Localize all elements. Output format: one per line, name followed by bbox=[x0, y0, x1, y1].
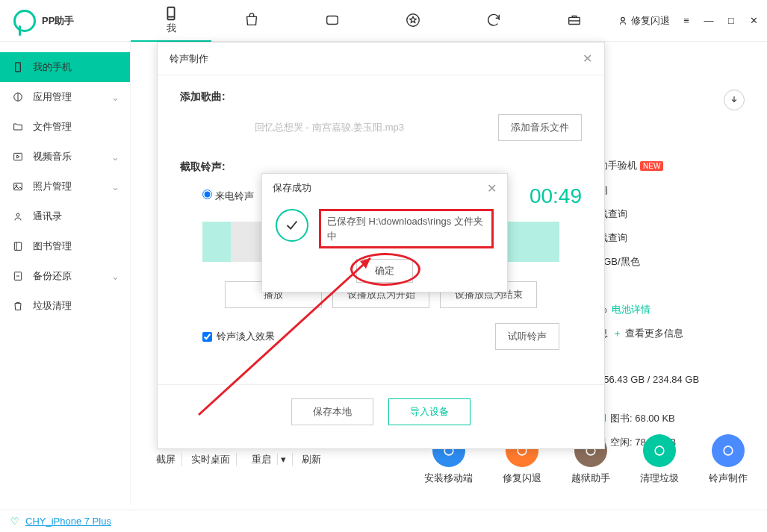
sidebar-item-apps[interactable]: 应用管理⌄ bbox=[0, 82, 130, 112]
sc-reboot[interactable]: 重启 ▾ bbox=[240, 453, 293, 466]
svg-rect-15 bbox=[14, 242, 21, 251]
add-song-label: 添加歌曲: bbox=[180, 90, 582, 104]
sidebar-item-clean[interactable]: 垃圾清理 bbox=[0, 291, 130, 321]
svg-point-8 bbox=[621, 17, 625, 21]
svg-rect-0 bbox=[167, 7, 174, 19]
radio-incoming[interactable]: 来电铃声 bbox=[202, 190, 254, 203]
app-logo: PP助手 bbox=[0, 10, 131, 32]
ok-button[interactable]: 确定 bbox=[356, 259, 413, 283]
topbar: PP助手 我 修复闪退 ≡ — □ ✕ bbox=[0, 0, 767, 42]
info-row: 5 bbox=[598, 274, 748, 298]
chevron-down-icon: ⌄ bbox=[111, 151, 119, 163]
info-row: 询 bbox=[598, 178, 748, 202]
fade-checkbox[interactable]: 铃声淡入效果 bbox=[202, 330, 275, 343]
preview-button[interactable]: 试听铃声 bbox=[495, 323, 559, 350]
sc-screenshot[interactable]: 截屏 bbox=[150, 453, 182, 466]
status-bar: ♡ CHY_iPhone 7 Plus bbox=[0, 510, 767, 532]
download-icon[interactable] bbox=[724, 90, 745, 110]
sidebar-item-books[interactable]: 图书管理 bbox=[0, 231, 130, 261]
repair-link[interactable]: 修复闪退 bbox=[618, 14, 670, 28]
app-name: PP助手 bbox=[42, 14, 74, 28]
nav-featured[interactable] bbox=[373, 0, 453, 42]
checkmark-icon bbox=[276, 209, 308, 242]
nav-games[interactable] bbox=[292, 0, 373, 42]
sidebar: 我的手机 应用管理⌄ 文件管理 视频音乐⌄ 照片管理⌄ 通讯录 图书管理 备份还… bbox=[0, 42, 131, 504]
window-buttons: 修复闪退 ≡ — □ ✕ bbox=[618, 14, 767, 28]
sidebar-item-backup[interactable]: 备份还原⌄ bbox=[0, 261, 130, 291]
info-row: 5GB/黑色 bbox=[598, 250, 748, 274]
svg-point-14 bbox=[16, 213, 19, 216]
minimize-icon[interactable]: — bbox=[703, 15, 715, 27]
shortcut-清理垃圾[interactable]: 清理垃圾 bbox=[640, 434, 679, 485]
svg-rect-9 bbox=[16, 63, 21, 72]
cut-label: 截取铃声: bbox=[180, 160, 582, 174]
import-device-button[interactable]: 导入设备 bbox=[388, 398, 471, 425]
chevron-down-icon: ⌄ bbox=[111, 271, 119, 282]
device-info-panel: 助手验机NEW 询 线查询 线查询 5GB/黑色 5 %电池详情 息＋ 查看更多… bbox=[598, 154, 748, 454]
chevron-down-icon: ⌄ bbox=[111, 181, 119, 193]
top-nav: 我 bbox=[131, 0, 618, 42]
text-shortcuts: 截屏 实时桌面 重启 ▾ 刷新 bbox=[150, 453, 327, 466]
save-local-button[interactable]: 保存本地 bbox=[291, 398, 373, 425]
nav-phone[interactable]: 我 bbox=[131, 0, 211, 42]
menu-icon[interactable]: ≡ bbox=[680, 15, 692, 27]
logo-icon bbox=[13, 10, 36, 32]
chevron-down-icon: ⌄ bbox=[111, 92, 119, 103]
modal-header: 铃声制作 ✕ bbox=[158, 43, 604, 75]
maximize-icon[interactable]: □ bbox=[725, 15, 737, 27]
verify-row: 助手验机NEW bbox=[598, 154, 748, 178]
add-file-button[interactable]: 添加音乐文件 bbox=[498, 114, 582, 141]
info-row: 线查询 bbox=[598, 202, 748, 226]
svg-point-22 bbox=[724, 446, 733, 455]
more-link[interactable]: ＋ 查看更多信息 bbox=[612, 328, 683, 339]
nav-toolbox[interactable] bbox=[534, 0, 615, 42]
new-badge: NEW bbox=[640, 161, 663, 171]
svg-point-21 bbox=[655, 446, 664, 455]
sidebar-item-photos[interactable]: 照片管理⌄ bbox=[0, 172, 130, 201]
song-name: 回忆总想哭 - 南宫嘉骏,姜玉阳.mp3 bbox=[255, 121, 404, 134]
books-row: 图书: 68.00 KB bbox=[598, 407, 748, 431]
nav-sync[interactable] bbox=[453, 0, 534, 42]
sidebar-item-files[interactable]: 文件管理 bbox=[0, 112, 130, 142]
sidebar-item-media[interactable]: 视频音乐⌄ bbox=[0, 142, 130, 172]
sidebar-item-contacts[interactable]: 通讯录 bbox=[0, 201, 130, 231]
svg-rect-11 bbox=[14, 153, 22, 160]
device-link[interactable]: CHY_iPhone 7 Plus bbox=[25, 516, 111, 527]
info-row: %电池详情 bbox=[598, 298, 748, 322]
svg-rect-12 bbox=[14, 183, 22, 190]
info-row: 息＋ 查看更多信息 bbox=[598, 322, 748, 345]
battery-link[interactable]: 电池详情 bbox=[612, 304, 650, 315]
timer-display: 00:49 bbox=[530, 184, 582, 208]
sidebar-item-myphone[interactable]: 我的手机 bbox=[0, 52, 130, 82]
sc-refresh[interactable]: 刷新 bbox=[296, 453, 327, 466]
nav-store[interactable] bbox=[211, 0, 292, 42]
close-icon[interactable]: ✕ bbox=[583, 51, 592, 66]
shortcut-铃声制作[interactable]: 铃声制作 bbox=[709, 434, 748, 485]
close-icon[interactable]: ✕ bbox=[487, 181, 497, 195]
close-icon[interactable]: ✕ bbox=[748, 15, 760, 27]
save-success-modal: 保存成功 ✕ 已保存到 H:\downloads\rings 文件夹中 确定 bbox=[261, 173, 508, 292]
sc-realtime[interactable]: 实时桌面 bbox=[185, 453, 237, 466]
info-row: 线查询 bbox=[598, 226, 748, 250]
heart-icon: ♡ bbox=[10, 516, 19, 527]
success-message: 已保存到 H:\downloads\rings 文件夹中 bbox=[319, 209, 494, 248]
success-title: 保存成功 bbox=[273, 181, 311, 195]
modal-title: 铃声制作 bbox=[170, 52, 208, 66]
svg-rect-2 bbox=[327, 16, 338, 24]
storage-row: 156.43 GB / 234.84 GB bbox=[598, 368, 748, 392]
